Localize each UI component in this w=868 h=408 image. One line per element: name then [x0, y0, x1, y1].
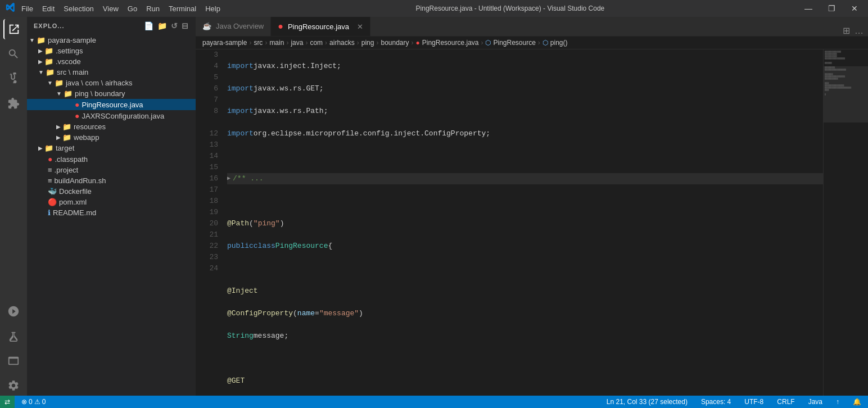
collapse-all-icon[interactable]: ⊟	[182, 21, 189, 30]
tree-item-dockerfile[interactable]: 🐳 Dockerfile	[27, 186, 196, 197]
tab-label: Java Overview	[216, 22, 264, 30]
tree-item-label: .settings	[56, 47, 83, 55]
line-numbers: 3 4 5 6 7 8 12 13 14 15 16 17 18 19 20 2…	[196, 49, 223, 396]
breadcrumb-payara[interactable]: payara-sample	[202, 39, 247, 47]
menu-terminal[interactable]: Terminal	[169, 4, 196, 13]
info-icon: ℹ	[48, 208, 51, 217]
folder-icon: 📁	[55, 79, 64, 87]
tree-item-ping-boundary[interactable]: ▼ 📁 ping \ boundary	[27, 88, 196, 99]
menu-edit[interactable]: Edit	[42, 4, 55, 13]
tree-item-resources[interactable]: ▶ 📁 resources	[27, 121, 196, 132]
tree-item-payara-sample[interactable]: ▼ 📁 payara-sample	[27, 35, 196, 46]
maximize-button[interactable]: ❐	[824, 3, 840, 14]
breadcrumb-pingresource-class[interactable]: PingResource	[493, 39, 535, 47]
error-icon: ●	[416, 39, 420, 47]
cursor-position[interactable]: Ln 21, Col 33 (27 selected)	[604, 398, 690, 406]
new-folder-icon[interactable]: 📁	[157, 21, 168, 30]
breadcrumb-com[interactable]: com	[310, 39, 323, 47]
split-editor-icon[interactable]: ⊞	[843, 25, 850, 36]
folder-icon: 📁	[62, 133, 71, 142]
notification-icon[interactable]: 🔔	[851, 398, 864, 406]
tree-item-label: README.md	[53, 208, 96, 217]
activity-flask[interactable]	[3, 326, 24, 346]
remote-icon[interactable]: ⇄	[0, 396, 15, 408]
status-left: ⇄ ⊗ 0 ⚠ 0	[4, 396, 48, 408]
tree-item-label: .project	[55, 166, 79, 174]
breadcrumb-boundary[interactable]: boundary	[381, 39, 409, 47]
error-dot-icon: ●	[278, 21, 283, 31]
activity-settings[interactable]	[3, 375, 24, 396]
error-count[interactable]: ⊗ 0 ⚠ 0	[19, 398, 48, 406]
activity-search[interactable]	[3, 44, 24, 64]
refresh-icon[interactable]: ↺	[171, 21, 178, 30]
file-icon: ≡	[48, 176, 52, 185]
tree-item-pom[interactable]: 🔴 pom.xml	[27, 197, 196, 207]
minimize-button[interactable]: —	[800, 3, 817, 14]
tab-pingresource[interactable]: ● PingResource.java ✕	[271, 17, 370, 36]
activity-explorer[interactable]	[3, 19, 24, 39]
java-icon: ☕	[202, 22, 211, 30]
tree-item-settings[interactable]: ▶ 📁 .settings	[27, 46, 196, 56]
fold-arrow-icon[interactable]: ▶	[227, 173, 230, 184]
xml-icon: 🔴	[48, 198, 57, 206]
menu-selection[interactable]: Selection	[64, 4, 93, 13]
menu-view[interactable]: View	[103, 4, 119, 13]
folder-icon: 📁	[44, 57, 53, 66]
error-icon: ⊗	[21, 398, 27, 406]
breadcrumb-pingresource-file[interactable]: PingResource.java	[422, 39, 479, 47]
tree-item-src-main[interactable]: ▼ 📁 src \ main	[27, 67, 196, 78]
editor-actions: ⊞ …	[843, 25, 868, 36]
tree-item-webapp[interactable]: ▶ 📁 webapp	[27, 132, 196, 143]
code-line-8: ▶/** ...	[227, 173, 823, 184]
close-icon[interactable]: ✕	[357, 22, 363, 31]
tree-item-pingresource[interactable]: ● PingResource.java	[27, 99, 196, 110]
error-dot-icon: ●	[48, 155, 52, 164]
code-editor[interactable]: 3 4 5 6 7 8 12 13 14 15 16 17 18 19 20 2…	[196, 49, 868, 396]
folder-icon: 📁	[46, 68, 55, 76]
activity-source-control[interactable]	[3, 69, 24, 89]
sidebar: EXPLO... 📄 📁 ↺ ⊟ ▼ 📁 payara-sample ▶ 📁 .…	[27, 17, 196, 396]
sidebar-title: EXPLO...	[34, 22, 64, 29]
breadcrumb-java[interactable]: java	[291, 39, 303, 47]
close-button[interactable]: ✕	[847, 3, 862, 14]
tab-java-overview[interactable]: ☕ Java Overview	[196, 17, 271, 36]
statusbar: ⇄ ⊗ 0 ⚠ 0 Ln 21, Col 33 (27 selected) Sp…	[0, 396, 868, 408]
code-line-13: public class PingResource {	[227, 241, 823, 252]
error-dot-icon: ●	[75, 100, 79, 109]
tree-item-jaxrs[interactable]: ● JAXRSConfiguration.java	[27, 110, 196, 121]
encoding[interactable]: UTF-8	[742, 398, 766, 406]
code-line-12: @Path("ping")	[227, 218, 823, 229]
breadcrumb-ping[interactable]: ping	[361, 39, 374, 47]
minimap: ████████████████ ████████████ ██████████…	[823, 49, 868, 396]
code-content[interactable]: import javax.inject.Inject; import javax…	[223, 49, 823, 396]
tree-item-buildandrun[interactable]: ≡ buildAndRun.sh	[27, 175, 196, 186]
tree-item-project[interactable]: ≡ .project	[27, 165, 196, 175]
new-file-icon[interactable]: 📄	[144, 21, 154, 30]
tree-item-readme[interactable]: ℹ README.md	[27, 207, 196, 218]
breadcrumb-main[interactable]: main	[269, 39, 284, 47]
breadcrumb-airhacks[interactable]: airhacks	[329, 39, 355, 47]
more-actions-icon[interactable]: …	[855, 26, 864, 36]
language-mode[interactable]: Java	[806, 398, 825, 406]
tree-item-classpath[interactable]: ● .classpath	[27, 153, 196, 165]
breadcrumb-src[interactable]: src	[254, 39, 263, 47]
activity-extensions[interactable]	[3, 93, 24, 114]
chevron-right-icon: ▶	[38, 145, 43, 151]
breadcrumb-ping-method[interactable]: ping()	[550, 39, 568, 47]
activity-run-debug[interactable]	[3, 301, 24, 321]
code-line-19: @GET	[227, 375, 823, 387]
code-line-16: @ConfigProperty(name = "message")	[227, 308, 823, 319]
activity-remote[interactable]	[3, 351, 24, 371]
line-ending[interactable]: CRLF	[775, 398, 797, 406]
tree-item-java-com[interactable]: ▼ 📁 java \ com \ airhacks	[27, 78, 196, 88]
menu-help[interactable]: Help	[205, 4, 220, 13]
menu-run[interactable]: Run	[146, 4, 160, 13]
sync-icon[interactable]: ↑	[834, 398, 842, 406]
tree-item-label: .classpath	[55, 155, 88, 164]
method-icon: ⬡	[542, 39, 548, 47]
menu-file[interactable]: File	[21, 4, 33, 13]
menu-go[interactable]: Go	[128, 4, 137, 13]
tree-item-vscode[interactable]: ▶ 📁 .vscode	[27, 56, 196, 67]
spaces[interactable]: Spaces: 4	[699, 398, 733, 406]
tree-item-target[interactable]: ▶ 📁 target	[27, 143, 196, 153]
